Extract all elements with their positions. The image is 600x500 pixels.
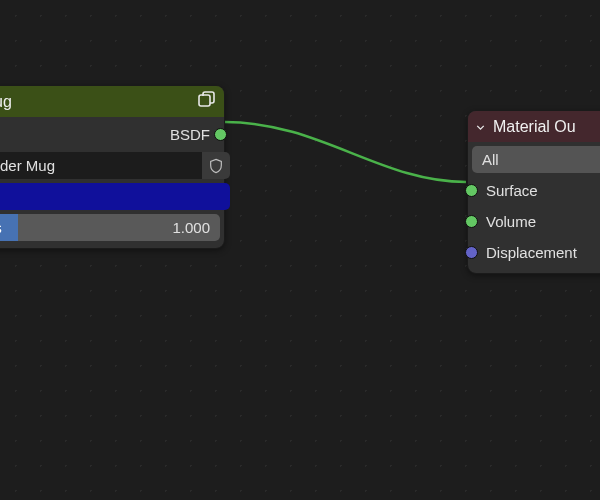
input-row-volume: Volume <box>472 208 600 235</box>
input-label-volume: Volume <box>486 213 536 230</box>
shield-icon[interactable] <box>202 152 230 179</box>
node-body: All Surface Volume Displacement <box>468 142 600 273</box>
svg-rect-0 <box>199 95 210 106</box>
input-row-surface: Surface <box>472 177 600 204</box>
color-swatch[interactable] <box>0 183 230 210</box>
node-title: Material Ou <box>493 118 600 136</box>
input-label-surface: Surface <box>486 182 538 199</box>
socket-output-bsdf[interactable] <box>214 128 227 141</box>
target-label: All <box>482 151 499 168</box>
node-group-icon <box>196 90 216 114</box>
target-dropdown[interactable]: All <box>472 146 600 173</box>
input-row-displacement: Displacement <box>472 239 600 266</box>
thickness-label: ness <box>0 219 2 236</box>
socket-input-volume[interactable] <box>465 215 478 228</box>
thickness-value: 1.000 <box>172 219 210 236</box>
socket-input-surface[interactable] <box>465 184 478 197</box>
output-row-bsdf: BSDF <box>0 121 220 148</box>
node-title: er Mug <box>0 93 190 111</box>
node-material-output[interactable]: Material Ou All Surface Volume Displacem… <box>467 110 600 274</box>
color-row[interactable]: or <box>0 183 220 210</box>
node-header[interactable]: Material Ou <box>468 111 600 142</box>
output-label: BSDF <box>70 126 210 143</box>
material-name-text: Blender Mug <box>0 157 196 174</box>
thickness-row[interactable]: ness 1.000 <box>0 214 220 241</box>
input-label-displacement: Displacement <box>486 244 577 261</box>
node-header[interactable]: er Mug <box>0 86 224 117</box>
chevron-down-icon <box>474 120 487 133</box>
material-name-field[interactable]: Blender Mug <box>0 152 220 179</box>
socket-input-displacement[interactable] <box>465 246 478 259</box>
node-shader-group[interactable]: er Mug BSDF Blender Mug or <box>0 85 225 249</box>
node-body: BSDF Blender Mug or ness 1.000 <box>0 117 224 248</box>
